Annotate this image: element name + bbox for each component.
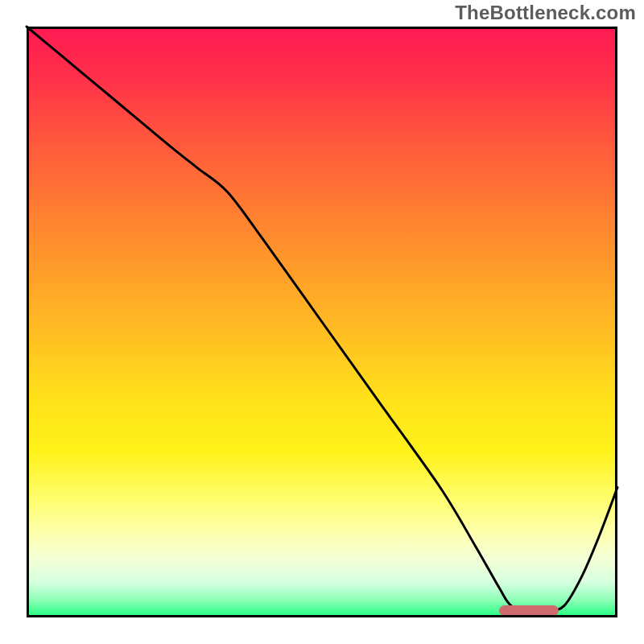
plot-area bbox=[27, 27, 617, 617]
bottleneck-curve bbox=[27, 27, 617, 613]
chart-root: TheBottleneck.com bbox=[0, 0, 644, 644]
curve-layer bbox=[27, 27, 617, 617]
watermark-text: TheBottleneck.com bbox=[455, 2, 636, 24]
optimal-marker bbox=[499, 605, 558, 616]
